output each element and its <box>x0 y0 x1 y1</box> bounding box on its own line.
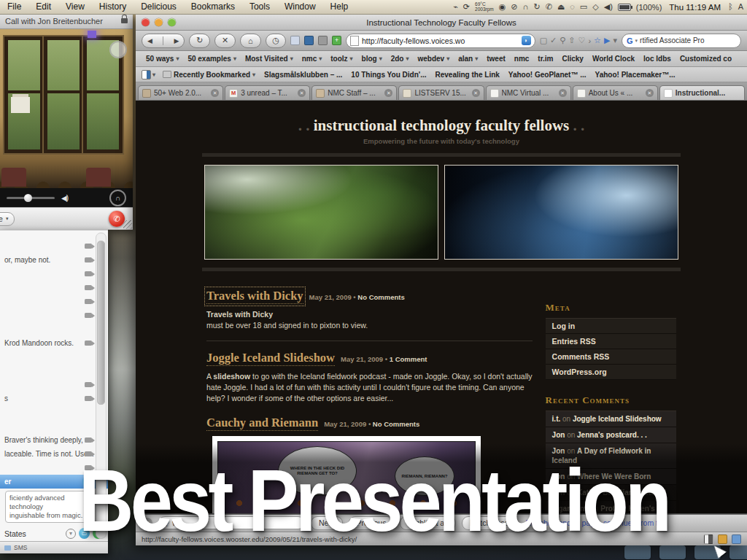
bookmark-item[interactable]: 10 Things You Didn'... <box>347 71 430 79</box>
resize-grip[interactable] <box>123 220 132 229</box>
post-comments-link[interactable]: No Comments <box>357 293 404 301</box>
bookmark-item[interactable]: 50 examples <box>183 55 241 63</box>
rss-icon[interactable]: ◗ <box>522 36 531 45</box>
menu-item[interactable]: Help <box>323 0 356 14</box>
transmitter-icon[interactable]: ⌁ <box>453 0 458 14</box>
video-camera-icon[interactable] <box>85 438 92 443</box>
bookmark-item[interactable]: nmc <box>298 55 327 63</box>
buddy-row[interactable] <box>0 378 108 392</box>
buddy-row[interactable] <box>0 350 108 364</box>
tab-close-icon[interactable]: ✕ <box>559 89 567 97</box>
bookmark-item[interactable]: alan <box>454 55 482 63</box>
tab-close-icon[interactable]: ✕ <box>472 89 480 97</box>
browser-tab[interactable]: Instructional... ✕ <box>659 85 745 100</box>
video-camera-icon[interactable] <box>85 299 92 304</box>
bookmark-item[interactable]: 50 ways <box>142 55 183 63</box>
statusbar-extension-icon[interactable] <box>732 534 741 544</box>
bookmark-item[interactable]: toolz <box>326 55 357 63</box>
heart-icon[interactable]: ♡ <box>578 36 586 45</box>
sync-badge-icon[interactable]: ⟳ <box>463 0 470 14</box>
post-title-link[interactable]: Cauchy and Riemann <box>206 416 318 431</box>
check-icon[interactable]: ✓ <box>550 36 557 45</box>
bookmark-item[interactable]: webdev <box>413 55 454 63</box>
bookmark-item[interactable]: nmc <box>510 55 534 63</box>
browser-tab[interactable]: LISTSERV 15... ✕ <box>398 85 484 100</box>
chevron-icon[interactable]: › <box>588 36 591 45</box>
buddy-row[interactable] <box>0 405 108 419</box>
history-button[interactable]: ◷ <box>266 34 287 48</box>
buddy-row[interactable] <box>0 295 108 308</box>
post-comments-link[interactable]: 1 Comment <box>390 355 427 363</box>
chat-bubble-icon[interactable]: ◌ <box>570 0 575 14</box>
menu-item[interactable]: History <box>92 0 133 14</box>
bookmark-item[interactable]: World Clock <box>588 55 639 63</box>
bookmark-item[interactable]: Customized co <box>676 55 736 63</box>
video-camera-icon[interactable] <box>85 285 92 290</box>
thumbnail-square[interactable] <box>729 545 747 559</box>
bookmarks-overflow[interactable]: ▾ <box>142 70 158 79</box>
recent-comment-item[interactable]: i.t. on Joggle Iceland Slideshow <box>546 411 676 427</box>
bookmark-item[interactable]: Clicky <box>557 55 587 63</box>
menu-item[interactable]: File <box>0 0 28 14</box>
chevron-down-icon[interactable]: ▾ <box>635 38 638 44</box>
buddy-row[interactable]: Braver's thinking deeply, ... <box>0 433 108 447</box>
meta-link[interactable]: WordPress.org <box>546 365 676 380</box>
tab-close-icon[interactable]: ✕ <box>211 89 219 97</box>
airport-icon[interactable]: ◇ <box>592 0 598 14</box>
browser-tab[interactable]: About Us « ... ✕ <box>573 85 658 100</box>
browser-tab[interactable]: 50+ Web 2.0... ✕ <box>138 85 223 100</box>
alert-icon[interactable]: ⊘ <box>511 0 517 14</box>
menu-item[interactable]: Window <box>277 0 323 14</box>
home-button[interactable]: ⌂ <box>240 34 261 48</box>
post-title-link[interactable]: Joggle Iceland Slideshow <box>206 351 335 366</box>
search-bar[interactable]: G ▾ rtified Associate Pro <box>622 34 741 48</box>
headset-button[interactable]: ∩ <box>109 190 126 206</box>
browser-tab[interactable]: NMC Staff – ... ✕ <box>311 85 397 100</box>
menu-item[interactable]: Edit <box>28 0 58 14</box>
video-camera-icon[interactable] <box>85 382 92 387</box>
browser-tab[interactable]: NMC Virtual ... ✕ <box>486 85 571 100</box>
phone-menu-icon[interactable]: ✆ <box>546 0 552 14</box>
menu-item[interactable]: View <box>58 0 92 14</box>
bookmark-item[interactable]: Yahoo! Placemaker™... <box>591 71 680 79</box>
sms-label[interactable]: SMS <box>14 544 27 551</box>
comment-post-link[interactable]: Joggle Iceland Slideshow <box>573 415 662 423</box>
menu-item[interactable]: Tools <box>242 0 277 14</box>
buddy-row[interactable]: s <box>0 392 108 405</box>
go-arrow-icon[interactable]: ▶ <box>604 36 610 45</box>
buddy-row[interactable] <box>0 267 108 281</box>
bookmark-item[interactable]: tweet <box>482 55 510 63</box>
buddy-row[interactable] <box>0 364 108 378</box>
volume-knob[interactable] <box>24 194 32 202</box>
menu-item[interactable]: Delicious <box>133 0 184 14</box>
bookmark-item[interactable]: Recently Bookmarked <box>158 71 260 79</box>
recent-comment-item[interactable]: Jon on Jenna's postcard. . . <box>546 427 676 443</box>
bluetooth-icon[interactable]: ᛒ <box>728 0 733 14</box>
extension-icon[interactable] <box>304 36 314 45</box>
stop-button[interactable]: ✕ <box>214 34 236 48</box>
magnifier-icon[interactable]: ⚲ <box>560 36 565 45</box>
chevron-down-icon[interactable]: ▾ <box>66 529 76 539</box>
meta-link[interactable]: Log in <box>546 319 676 334</box>
refresh-icon[interactable]: ↻ <box>533 0 540 14</box>
tab-close-icon[interactable]: ✕ <box>384 89 392 97</box>
buddy-row[interactable] <box>0 322 108 336</box>
menu-clock[interactable]: Thu 11:19 AM <box>667 3 723 12</box>
bookmark-item[interactable]: blog <box>357 55 387 63</box>
add-extension-icon[interactable]: + <box>332 36 341 45</box>
browser-tab[interactable]: M 3 unread – T... ✕ <box>225 85 310 100</box>
battery-icon[interactable] <box>618 4 631 11</box>
back-button[interactable]: ◀ <box>147 37 152 44</box>
lock-toolbar-icon[interactable] <box>318 36 328 45</box>
video-camera-icon[interactable] <box>85 396 92 401</box>
reload-button[interactable]: ↻ <box>189 34 210 48</box>
buddy-row[interactable] <box>0 281 108 295</box>
google-icon[interactable]: G <box>627 36 633 45</box>
address-bar[interactable]: http://faculty-fellows.voices.wo ◗ <box>346 34 535 48</box>
bookmark-item[interactable]: Most Visited <box>241 55 298 63</box>
statusbar-extension-icon[interactable] <box>704 534 713 544</box>
headphones-icon[interactable]: ∩ <box>523 0 529 14</box>
bookmark-item[interactable]: 2do <box>387 55 414 63</box>
bookmark-item[interactable]: tr.im <box>533 55 557 63</box>
video-camera-icon[interactable] <box>85 257 92 262</box>
